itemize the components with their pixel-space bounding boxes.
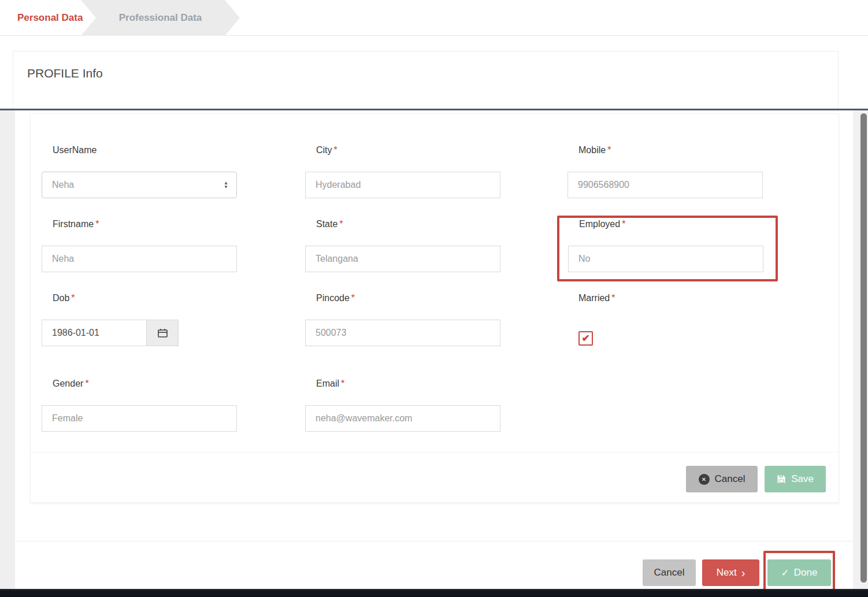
mobile-input[interactable] [567,172,763,198]
wizard-footer-divider [12,541,868,542]
gender-label: Gender [53,379,83,388]
mobile-field: Mobile* [567,145,763,198]
email-input[interactable] [305,405,500,432]
dob-calendar-button[interactable] [146,320,179,346]
tab-professional-data-label: Professional Data [119,12,202,24]
email-field: Email* [305,379,500,432]
tab-personal-data-label: Personal Data [17,12,83,24]
form-save-button[interactable]: Save [765,466,826,492]
scrollbar-track[interactable] [853,110,868,589]
username-field: UserName Neha ▲▼ [42,145,237,198]
chevron-right-icon: › [741,568,745,577]
required-marker: * [85,379,88,388]
employed-input[interactable] [568,246,763,272]
wizard-next-button[interactable]: Next › [702,559,759,586]
married-checkbox[interactable]: ✔ [578,331,593,346]
check-icon: ✓ [781,567,789,579]
city-label: City [316,145,332,155]
scrollbar-thumb[interactable] [860,113,867,583]
wizard-steps-bar: Personal Data Professional Data [0,0,868,36]
panel-divider [0,109,868,110]
cancel-circle-x-icon: ✕ [699,474,710,485]
city-field: City* [305,145,500,198]
state-input[interactable] [305,246,500,272]
pincode-label: Pincode [316,293,350,303]
page-title: PROFILE Info [27,66,103,80]
pincode-field: Pincode* [305,293,500,346]
tab-personal-data[interactable]: Personal Data [0,0,91,36]
firstname-input[interactable] [42,246,237,272]
wizard-done-button[interactable]: ✓ Done [767,559,831,586]
required-marker: * [339,219,343,229]
form-cancel-button[interactable]: ✕ Cancel [686,466,758,492]
wizard-done-label: Done [794,567,818,579]
city-input[interactable] [305,172,500,198]
required-marker: * [607,145,611,155]
gender-field: Gender* [42,379,237,432]
calendar-icon [157,328,168,339]
profile-form-panel: UserName Neha ▲▼ City* Mobile* Firstname… [30,113,839,503]
checkmark-icon: ✔ [581,332,589,344]
email-label: Email [316,379,339,388]
married-field: Married* ✔ [567,293,615,346]
select-arrows-icon: ▲▼ [224,181,228,189]
profile-info-panel: PROFILE Info [13,51,839,109]
required-marker: * [351,293,355,303]
mobile-label: Mobile [578,145,606,155]
required-marker: * [622,219,625,229]
form-save-label: Save [791,473,814,485]
wizard-cancel-label: Cancel [654,567,685,579]
married-label: Married [578,293,610,303]
form-cancel-label: Cancel [715,473,745,485]
dob-label: Dob [53,293,69,303]
required-marker: * [334,145,337,155]
required-marker: * [611,293,615,303]
state-label: State [316,219,337,229]
page-background-strip [0,110,15,589]
wizard-next-label: Next [717,567,737,579]
username-select-value: Neha [52,180,224,190]
required-marker: * [95,219,99,229]
firstname-field: Firstname* [42,219,237,272]
dob-field: Dob* [42,293,179,346]
pincode-input[interactable] [305,320,500,346]
required-marker: * [71,293,75,303]
username-select[interactable]: Neha ▲▼ [42,172,237,198]
save-icon [777,474,786,484]
form-footer-divider [31,452,839,453]
username-label: UserName [53,145,97,155]
gender-input[interactable] [42,405,237,432]
firstname-label: Firstname [53,219,94,229]
tab-professional-data[interactable]: Professional Data [81,0,240,36]
employed-label: Employed [579,219,620,229]
state-field: State* [305,219,500,272]
wizard-cancel-button[interactable]: Cancel [643,559,696,586]
bottom-dark-bar [0,589,868,597]
required-marker: * [341,379,344,388]
employed-field: Employed* [568,219,763,272]
dob-input[interactable] [42,320,146,346]
